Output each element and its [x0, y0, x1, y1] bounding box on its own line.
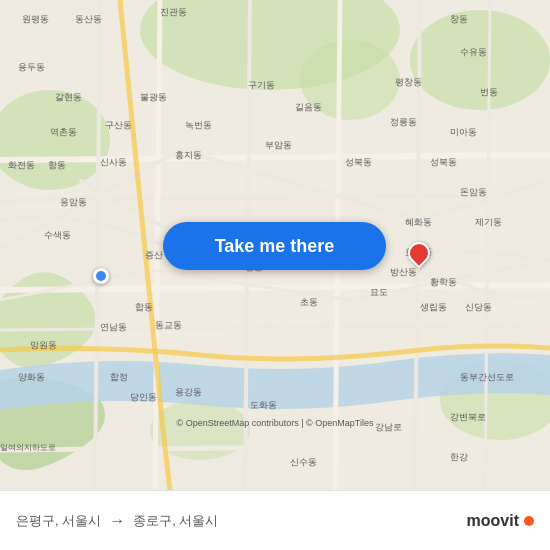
- svg-text:정릉동: 정릉동: [390, 117, 417, 127]
- svg-text:길음동: 길음동: [295, 102, 322, 112]
- origin-label: 은평구, 서울시: [16, 512, 101, 530]
- svg-text:번동: 번동: [480, 87, 498, 97]
- svg-text:합동: 합동: [135, 302, 153, 312]
- svg-text:혜화동: 혜화동: [405, 217, 432, 227]
- svg-text:화전동: 화전동: [8, 160, 35, 170]
- svg-text:불광동: 불광동: [140, 92, 167, 102]
- moovit-logo: moovit: [467, 512, 534, 530]
- svg-text:항동: 항동: [48, 160, 66, 170]
- bottom-bar: 은평구, 서울시 → 종로구, 서울시 moovit: [0, 490, 550, 550]
- svg-text:방산동: 방산동: [390, 267, 417, 277]
- take-me-there-label: Take me there: [215, 236, 335, 257]
- svg-text:한강: 한강: [450, 452, 468, 462]
- arrow-icon: →: [109, 512, 125, 530]
- svg-text:미아동: 미아동: [450, 127, 477, 137]
- svg-text:역촌동: 역촌동: [50, 127, 77, 137]
- svg-text:수유동: 수유동: [460, 47, 487, 57]
- svg-text:신수동: 신수동: [290, 457, 317, 467]
- svg-text:합정: 합정: [110, 372, 128, 382]
- destination-pin: [408, 242, 430, 264]
- take-me-there-button[interactable]: Take me there: [163, 222, 386, 270]
- svg-text:수색동: 수색동: [44, 230, 71, 240]
- svg-text:성북동: 성북동: [430, 157, 457, 167]
- svg-text:부암동: 부암동: [265, 140, 292, 150]
- svg-text:원평동: 원평동: [22, 14, 49, 24]
- svg-text:흥지동: 흥지동: [175, 150, 202, 160]
- svg-text:동산동: 동산동: [75, 14, 102, 24]
- svg-text:성북동: 성북동: [345, 157, 372, 167]
- svg-text:초동: 초동: [300, 297, 318, 307]
- svg-text:당인동: 당인동: [130, 392, 157, 402]
- svg-text:평창동: 평창동: [395, 77, 422, 87]
- svg-text:용두동: 용두동: [18, 62, 45, 72]
- svg-text:용강동: 용강동: [175, 387, 202, 397]
- moovit-logo-dot: [524, 516, 534, 526]
- svg-text:묘도: 묘도: [370, 287, 388, 297]
- svg-text:구기동: 구기동: [248, 80, 275, 90]
- origin-dot: [93, 268, 109, 284]
- svg-text:창동: 창동: [450, 14, 468, 24]
- svg-text:생립동: 생립동: [420, 302, 447, 312]
- svg-text:양화동: 양화동: [18, 372, 45, 382]
- map-container: 원평동 동산동 진관동 창동 수유동 번동 미아동 평창동 정릉동 성북동 돈암…: [0, 0, 550, 490]
- svg-text:갈현동: 갈현동: [55, 92, 82, 102]
- destination-label: 종로구, 서울시: [133, 512, 218, 530]
- svg-text:응암동: 응암동: [60, 197, 87, 207]
- map-attribution: © OpenStreetMap contributors | © OpenMap…: [0, 418, 550, 428]
- svg-text:일여의지하도로: 일여의지하도로: [0, 443, 56, 452]
- svg-text:증산: 증산: [145, 250, 163, 260]
- svg-text:제기동: 제기동: [475, 217, 502, 227]
- svg-text:도화동: 도화동: [250, 400, 277, 410]
- svg-text:신당동: 신당동: [465, 302, 492, 312]
- route-text: 은평구, 서울시 → 종로구, 서울시: [16, 512, 467, 530]
- svg-text:돈암동: 돈암동: [460, 187, 487, 197]
- svg-text:동교동: 동교동: [155, 320, 182, 330]
- svg-text:구산동: 구산동: [105, 120, 132, 130]
- svg-text:망원동: 망원동: [30, 340, 57, 350]
- moovit-logo-text: moovit: [467, 512, 519, 530]
- svg-text:황학동: 황학동: [430, 277, 457, 287]
- svg-text:신사동: 신사동: [100, 157, 127, 167]
- svg-text:진관동: 진관동: [160, 7, 187, 17]
- svg-text:녹번동: 녹번동: [185, 120, 212, 130]
- svg-text:연남동: 연남동: [100, 322, 127, 332]
- svg-text:동부간선도로: 동부간선도로: [460, 372, 514, 382]
